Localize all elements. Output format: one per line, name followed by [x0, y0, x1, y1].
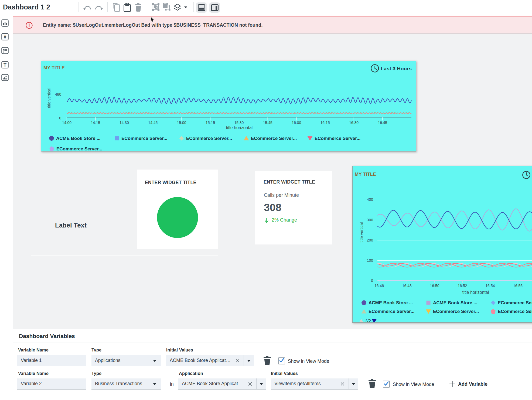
svg-text:300: 300 [367, 218, 373, 222]
svg-text:16:48: 16:48 [402, 284, 412, 288]
svg-text:16:46: 16:46 [374, 284, 384, 288]
svg-text:14:00: 14:00 [62, 120, 71, 125]
svg-text:16:56: 16:56 [513, 284, 523, 288]
svg-text:title vertical: title vertical [47, 88, 51, 108]
svg-text:16:50: 16:50 [430, 284, 439, 288]
svg-text:ECommerce Server...: ECommerce Server... [369, 309, 414, 314]
svg-text:ECommerce Server...: ECommerce Server... [498, 309, 532, 314]
svg-text:title horizontal: title horizontal [462, 290, 489, 295]
svg-text:T: T [4, 62, 6, 68]
svg-text:200: 200 [367, 238, 373, 242]
svg-text:ACME Book Store ...: ACME Book Store ... [369, 300, 413, 305]
svg-text:0: 0 [371, 278, 373, 283]
svg-text:15:30: 15:30 [234, 120, 244, 125]
svg-text:16:30: 16:30 [349, 120, 359, 125]
svg-text:1/2: 1/2 [365, 319, 371, 322]
svg-text:ECommerce Server...: ECommerce Server... [498, 300, 532, 305]
svg-text:0: 0 [59, 116, 61, 120]
svg-text:400: 400 [367, 197, 373, 202]
svg-text:ECommerce Server...: ECommerce Server... [121, 136, 167, 141]
svg-text:14:30: 14:30 [120, 120, 129, 125]
svg-text:100: 100 [367, 258, 373, 263]
svg-text:16:52: 16:52 [458, 284, 467, 288]
svg-text:title horizontal: title horizontal [226, 125, 253, 130]
svg-text:ACME Book Store ...: ACME Book Store ... [56, 136, 100, 141]
svg-text:15:15: 15:15 [206, 120, 215, 125]
svg-text:14:15: 14:15 [91, 120, 100, 125]
svg-text:ECommerce Server...: ECommerce Server... [186, 136, 232, 141]
svg-text:#: # [4, 35, 6, 40]
svg-text:ECommerce Server...: ECommerce Server... [56, 146, 102, 151]
svg-text:ECommerce Server...: ECommerce Server... [433, 309, 479, 314]
svg-text:15:00: 15:00 [177, 120, 186, 125]
svg-text:16:15: 16:15 [320, 120, 330, 125]
svg-text:15:45: 15:45 [263, 120, 272, 125]
svg-text:title vertical: title vertical [359, 222, 364, 242]
svg-text:16:00: 16:00 [292, 120, 301, 125]
svg-text:ECommerce Server...: ECommerce Server... [251, 136, 297, 141]
svg-text:16:54: 16:54 [485, 284, 495, 288]
svg-text:16:45: 16:45 [378, 120, 387, 125]
svg-text:ACME Book Store ...: ACME Book Store ... [433, 300, 477, 305]
svg-text:14:45: 14:45 [148, 120, 158, 125]
svg-text:480: 480 [55, 92, 62, 96]
svg-text:ECommerce Server...: ECommerce Server... [315, 136, 360, 141]
